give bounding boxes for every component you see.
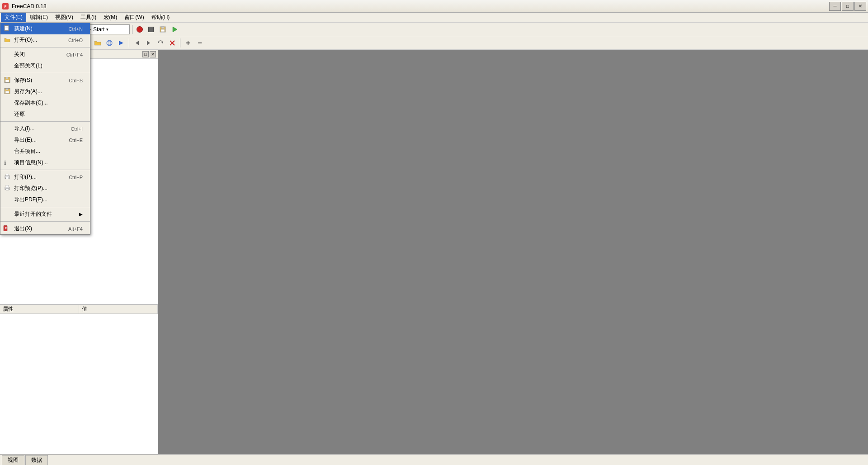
nav-back-button[interactable]	[132, 38, 142, 48]
nav-forward-button[interactable]	[143, 38, 154, 48]
panel-restore-button[interactable]: □	[142, 51, 149, 57]
svg-rect-58	[6, 174, 9, 176]
macro-play-button[interactable]	[169, 24, 180, 35]
menu-export-pdf[interactable]: 导出PDF(E)...	[0, 194, 90, 205]
exit-icon: F	[3, 225, 9, 232]
svg-rect-11	[161, 29, 165, 32]
print-icon	[4, 173, 10, 181]
title-left: F FreeCAD 0.18	[2, 3, 47, 10]
svg-marker-45	[161, 42, 163, 43]
menu-file[interactable]: 文件(E)	[1, 13, 26, 22]
separator-nav4	[180, 38, 180, 47]
svg-rect-52	[6, 77, 8, 79]
maximize-button[interactable]: □	[842, 2, 854, 11]
nav-refresh-button[interactable]	[155, 38, 166, 48]
zoom-in-button[interactable]: +	[183, 38, 193, 48]
props-header: 属性 值	[0, 305, 158, 314]
separator4	[132, 25, 132, 34]
app-icon: F	[2, 3, 9, 10]
tab-view[interactable]: 视图	[2, 455, 24, 465]
viewport[interactable]	[158, 50, 868, 454]
svg-marker-42	[119, 41, 123, 45]
svg-rect-59	[6, 177, 9, 179]
zoom-out-button[interactable]: −	[194, 38, 205, 48]
workbench-dropdown[interactable]: ➡ Start ▾	[85, 24, 130, 34]
menu-sep4	[0, 170, 90, 170]
menu-save[interactable]: 保存(S) Ctrl+S	[0, 75, 90, 86]
menu-sep5	[0, 207, 90, 207]
menu-edit[interactable]: 编辑(E)	[26, 13, 52, 22]
menu-sep1	[0, 47, 90, 47]
menu-window[interactable]: 窗口(W)	[121, 13, 147, 22]
menu-print[interactable]: 打印(P)... Ctrl+P	[0, 171, 90, 183]
menu-close-all[interactable]: 全部关闭(L)	[0, 60, 90, 71]
macro-save-button[interactable]	[157, 24, 168, 35]
toolbar2: 正 上 右 等	[0, 36, 868, 50]
submenu-arrow-icon: ▶	[79, 212, 83, 217]
svg-rect-48	[5, 25, 9, 30]
nav-main-button[interactable]	[116, 38, 127, 48]
menu-recent-files[interactable]: 最近打开的文件 ▶	[0, 209, 90, 220]
svg-rect-10	[161, 27, 164, 28]
info-icon: ℹ	[4, 160, 6, 166]
props-col-value: 值	[79, 305, 158, 313]
menu-macro[interactable]: 宏(M)	[100, 13, 121, 22]
menu-import[interactable]: 导入(I)... Ctrl+I	[0, 123, 90, 134]
menu-tools[interactable]: 工具(I)	[77, 13, 100, 22]
svg-rect-61	[6, 185, 9, 187]
tab-data[interactable]: 数据	[25, 455, 48, 465]
menu-bar: 文件(E) 编辑(E) 视图(V) 工具(I) 宏(M) 窗口(W) 帮助(H)	[0, 13, 868, 23]
menu-save-copy[interactable]: 保存副本(C)...	[0, 97, 90, 109]
title-text: FreeCAD 0.18	[12, 3, 47, 9]
macro-record-button[interactable]	[135, 24, 145, 34]
browser-open-button[interactable]	[92, 38, 103, 48]
main-area: □ ✕ 属性 值	[0, 50, 868, 454]
svg-rect-55	[6, 88, 8, 90]
menu-sep2	[0, 73, 90, 73]
menu-revert[interactable]: 还原	[0, 109, 90, 120]
menu-print-preview[interactable]: 打印预览(P)...	[0, 183, 90, 194]
menu-save-as[interactable]: 另存为(A)...	[0, 86, 90, 97]
svg-rect-56	[5, 91, 9, 93]
svg-marker-43	[136, 41, 139, 45]
open-icon	[4, 36, 10, 44]
new-icon	[4, 25, 10, 33]
svg-rect-62	[6, 188, 9, 190]
toolbar1: ▾ ▾ ➡ Start ▾	[0, 23, 868, 36]
macro-stop-button[interactable]	[146, 24, 156, 35]
minimize-button[interactable]: ─	[829, 2, 841, 11]
web-button[interactable]	[104, 38, 115, 48]
close-button[interactable]: ✕	[854, 2, 866, 11]
menu-exit[interactable]: F 退出(X) Alt+F4	[0, 223, 90, 234]
svg-marker-12	[173, 27, 177, 32]
title-bar: F FreeCAD 0.18 ─ □ ✕	[0, 0, 868, 13]
menu-new[interactable]: 新建(N) Ctrl+N	[0, 23, 90, 34]
menu-sep6	[0, 221, 90, 222]
svg-text:F: F	[5, 5, 7, 9]
print-preview-icon	[4, 185, 10, 192]
save-icon	[4, 76, 10, 84]
menu-project-info[interactable]: ℹ 项目信息(N)...	[0, 157, 90, 168]
title-controls: ─ □ ✕	[829, 2, 866, 11]
menu-close[interactable]: 关闭 Ctrl+F4	[0, 49, 90, 60]
props-col-property: 属性	[0, 305, 79, 313]
menu-sep3	[0, 121, 90, 122]
menu-help[interactable]: 帮助(H)	[148, 13, 174, 22]
menu-open[interactable]: 打开(O)... Ctrl+O	[0, 34, 90, 46]
panel-close-button[interactable]: ✕	[150, 51, 156, 57]
props-content	[0, 314, 158, 454]
separator-nav3	[129, 38, 129, 47]
nav-stop-button[interactable]	[167, 38, 178, 48]
file-menu: 新建(N) Ctrl+N 打开(O)... Ctrl+O 关闭 Ctrl+F4 …	[0, 23, 90, 235]
props-panel: 属性 值	[0, 305, 158, 454]
save-as-icon	[4, 88, 10, 95]
menu-export[interactable]: 导出(E)... Ctrl+E	[0, 134, 90, 146]
menu-merge[interactable]: 合并项目...	[0, 146, 90, 157]
bottom-tabs: 视图 数据	[0, 454, 868, 465]
svg-text:F: F	[5, 226, 7, 229]
svg-rect-53	[5, 80, 9, 82]
svg-marker-44	[147, 41, 150, 45]
menu-view[interactable]: 视图(V)	[52, 13, 77, 22]
